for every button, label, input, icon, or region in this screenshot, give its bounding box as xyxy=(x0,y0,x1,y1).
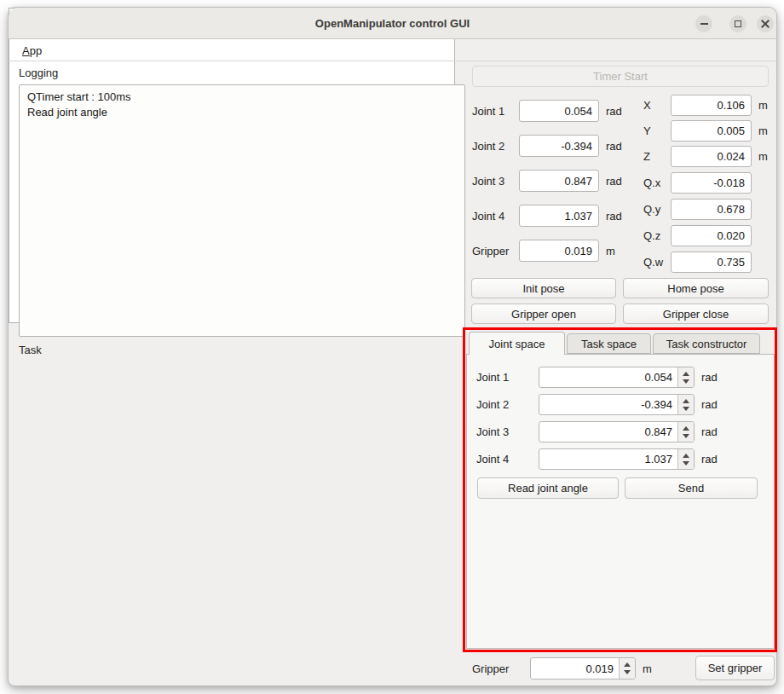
joint1-spin-buttons[interactable] xyxy=(677,367,694,387)
window-title: OpenManipulator control GUI xyxy=(9,8,776,39)
pose-qx-label: Q.x xyxy=(643,176,671,189)
spin-joint2-unit: rad xyxy=(701,398,718,411)
spin-joint3-unit: rad xyxy=(701,425,718,438)
app-window: OpenManipulator control GUI App Logging … xyxy=(8,7,777,686)
joint3-spinbox-value: 0.847 xyxy=(539,422,672,442)
bottom-gripper-label: Gripper xyxy=(472,662,530,675)
joint3-spinbox[interactable]: 0.847 xyxy=(539,421,695,442)
spin-joint2-label: Joint 2 xyxy=(476,398,539,411)
gripper-readout-field[interactable]: 0.019 xyxy=(519,240,599,262)
tab-task-constructor[interactable]: Task constructor xyxy=(653,333,760,354)
pose-qx-field[interactable]: -0.018 xyxy=(671,172,752,194)
close-icon xyxy=(761,20,770,28)
joint1-readout-row: Joint 1 0.054 rad xyxy=(472,100,622,122)
pose-y-label: Y xyxy=(643,124,671,137)
joint3-spin-buttons[interactable] xyxy=(677,422,694,442)
pose-x-row: X 0.106 m xyxy=(643,95,768,116)
logging-textarea[interactable]: QTimer start : 100ms Read joint angle xyxy=(19,84,465,337)
joint3-readout-row: Joint 3 0.847 rad xyxy=(472,170,622,192)
pose-z-unit: m xyxy=(758,150,768,163)
joint2-spinbox[interactable]: -0.394 xyxy=(539,394,695,415)
bottom-gripper-unit: m xyxy=(643,662,652,675)
joint2-unit: rad xyxy=(606,140,622,153)
minimize-button[interactable] xyxy=(695,15,712,32)
spin-up-icon xyxy=(624,662,631,667)
init-pose-button[interactable]: Init pose xyxy=(471,278,616,298)
maximize-button[interactable] xyxy=(729,15,747,32)
pose-z-row: Z 0.024 m xyxy=(643,146,768,167)
pose-y-row: Y 0.005 m xyxy=(643,120,768,142)
joint4-spinbox[interactable]: 1.037 xyxy=(539,448,695,470)
send-button[interactable]: Send xyxy=(625,477,758,499)
timer-start-button[interactable]: Timer Start xyxy=(472,66,769,87)
titlebar[interactable]: OpenManipulator control GUI xyxy=(9,8,776,39)
menu-app-mnemonic: A xyxy=(22,44,30,57)
joint1-spinbox[interactable]: 0.054 xyxy=(539,367,695,388)
minimize-icon xyxy=(700,23,708,25)
spin-down-icon xyxy=(683,379,689,384)
spin-joint4-row: Joint 4 1.037 rad xyxy=(476,448,718,470)
pose-z-field[interactable]: 0.024 xyxy=(671,146,752,167)
log-line: QTimer start : 100ms xyxy=(20,85,464,105)
spin-joint1-unit: rad xyxy=(701,371,718,384)
spin-up-icon xyxy=(683,372,689,376)
joint2-spinbox-value: -0.394 xyxy=(539,395,672,414)
pose-qz-label: Q.z xyxy=(643,229,671,242)
home-pose-button[interactable]: Home pose xyxy=(623,278,769,298)
spin-joint3-label: Joint 3 xyxy=(476,425,539,438)
joint-space-tab-pane: Joint 1 0.054 rad Joint 2 -0.394 rad xyxy=(466,354,775,649)
spin-joint4-unit: rad xyxy=(701,453,718,466)
logging-label: Logging xyxy=(19,67,58,79)
tab-task-space[interactable]: Task space xyxy=(567,333,651,354)
pose-y-unit: m xyxy=(758,124,768,137)
joint4-readout-field[interactable]: 1.037 xyxy=(519,205,599,227)
spin-down-icon xyxy=(683,407,689,411)
gripper-close-button[interactable]: Gripper close xyxy=(623,304,769,324)
spin-joint4-label: Joint 4 xyxy=(476,453,539,466)
maximize-icon xyxy=(735,20,741,27)
spin-up-icon xyxy=(683,399,689,403)
gripper-readout-row: Gripper 0.019 m xyxy=(472,240,615,262)
joint4-spinbox-value: 1.037 xyxy=(539,449,672,469)
joint1-unit: rad xyxy=(606,105,622,118)
task-label: Task xyxy=(19,344,42,356)
spin-up-icon xyxy=(683,454,689,458)
joint2-readout-row: Joint 2 -0.394 rad xyxy=(472,135,622,157)
joint2-spin-buttons[interactable] xyxy=(677,395,694,414)
joint1-spinbox-value: 0.054 xyxy=(539,367,672,387)
joint4-label: Joint 4 xyxy=(472,210,519,223)
pose-x-unit: m xyxy=(758,99,768,112)
read-joint-angle-button[interactable]: Read joint angle xyxy=(477,477,619,499)
pose-qw-field[interactable]: 0.735 xyxy=(671,252,752,273)
pose-qy-label: Q.y xyxy=(643,203,671,216)
pose-qz-field[interactable]: 0.020 xyxy=(671,225,752,246)
gripper-open-button[interactable]: Gripper open xyxy=(471,304,616,324)
pose-x-field[interactable]: 0.106 xyxy=(671,95,752,116)
gripper-spin-buttons[interactable] xyxy=(619,658,635,679)
gripper-spinbox[interactable]: 0.019 xyxy=(530,657,636,680)
menu-app[interactable]: App xyxy=(19,40,45,61)
log-line: Read joint angle xyxy=(20,105,464,120)
gripper-label: Gripper xyxy=(472,245,519,257)
spin-joint1-row: Joint 1 0.054 rad xyxy=(476,367,718,388)
joint1-readout-field[interactable]: 0.054 xyxy=(519,100,599,122)
close-button[interactable] xyxy=(757,15,774,32)
joint2-label: Joint 2 xyxy=(472,140,519,153)
pose-qw-row: Q.w 0.735 xyxy=(643,252,752,273)
spin-joint3-row: Joint 3 0.847 rad xyxy=(476,421,718,442)
joint4-spin-buttons[interactable] xyxy=(677,449,694,469)
joint4-readout-row: Joint 4 1.037 rad xyxy=(472,205,622,227)
spin-joint1-label: Joint 1 xyxy=(476,371,539,384)
pose-y-field[interactable]: 0.005 xyxy=(671,120,752,142)
pose-qy-field[interactable]: 0.678 xyxy=(671,199,752,220)
pose-x-label: X xyxy=(643,99,671,112)
joint3-readout-field[interactable]: 0.847 xyxy=(519,170,599,192)
joint2-readout-field[interactable]: -0.394 xyxy=(519,135,599,157)
set-gripper-button[interactable]: Set gripper xyxy=(695,656,775,680)
gripper-unit: m xyxy=(606,245,615,257)
joint1-label: Joint 1 xyxy=(472,105,519,118)
pose-qw-label: Q.w xyxy=(643,256,671,269)
spin-up-icon xyxy=(683,426,689,431)
tab-joint-space[interactable]: Joint space xyxy=(469,332,565,355)
pose-qz-row: Q.z 0.020 xyxy=(643,225,752,246)
